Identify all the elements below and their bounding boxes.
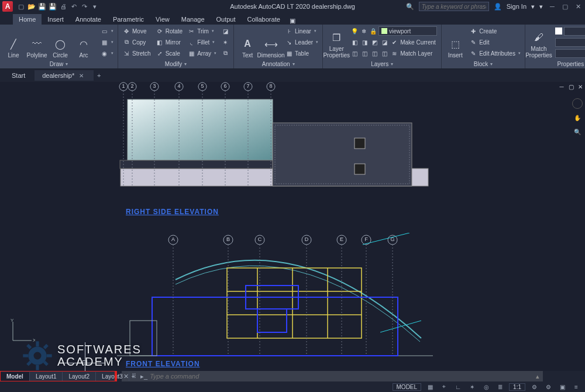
help-icon[interactable]: ▾ bbox=[539, 3, 543, 11]
open-icon[interactable]: 📂 bbox=[27, 2, 36, 11]
color-dropdown[interactable]: ByLayer bbox=[564, 27, 585, 36]
stretch-button[interactable]: ⇲Stretch bbox=[121, 48, 153, 59]
lwt-toggle-icon[interactable]: ≣ bbox=[495, 383, 505, 391]
copy-button[interactable]: ⧉Copy bbox=[121, 37, 153, 47]
create-block-button[interactable]: ✚Create bbox=[467, 26, 522, 36]
tab-annotate[interactable]: Annotate bbox=[70, 14, 107, 25]
maximize-icon[interactable]: ▢ bbox=[560, 2, 570, 11]
layiso-icon[interactable]: ◧ bbox=[350, 38, 359, 46]
move-button[interactable]: ✥Move bbox=[121, 26, 153, 36]
canvas-restore-icon[interactable]: ▢ bbox=[567, 83, 574, 90]
ribbon-overflow-icon[interactable]: ▣ bbox=[290, 17, 295, 25]
layout-tab-add[interactable]: + bbox=[132, 371, 135, 381]
scale-button[interactable]: ⤢Scale bbox=[154, 48, 184, 59]
edit-block-button[interactable]: ✎Edit bbox=[467, 37, 522, 47]
ellipse-button[interactable]: ◉▾ bbox=[98, 48, 115, 59]
canvas-minimize-icon[interactable]: ─ bbox=[558, 83, 565, 90]
lineweight-dropdown[interactable]: ByLayer bbox=[555, 38, 585, 47]
laymrg-icon[interactable]: ◫ bbox=[380, 49, 388, 57]
laywalk-icon[interactable]: ◫ bbox=[350, 49, 359, 57]
circle-button[interactable]: ◯Circle bbox=[49, 26, 71, 59]
laydel-icon[interactable]: ◫ bbox=[370, 49, 378, 57]
freeze-icon[interactable]: ❄ bbox=[360, 27, 368, 35]
tab-insert[interactable]: Insert bbox=[42, 14, 70, 25]
polar-toggle-icon[interactable]: ✶ bbox=[467, 383, 477, 391]
save-icon[interactable]: 💾 bbox=[37, 2, 47, 11]
layout-tab-model[interactable]: Model bbox=[1, 372, 30, 381]
osnap-toggle-icon[interactable]: ◎ bbox=[481, 383, 491, 391]
status-scale[interactable]: 1:1 bbox=[509, 383, 525, 391]
tab-collaborate[interactable]: Collaborate bbox=[242, 14, 286, 25]
navwheel-icon[interactable] bbox=[572, 98, 583, 109]
close-icon[interactable]: ✕ bbox=[573, 2, 583, 11]
help-search-input[interactable] bbox=[419, 2, 489, 11]
tab-parametric[interactable]: Parametric bbox=[107, 14, 150, 25]
tab-close-icon[interactable]: ✕ bbox=[79, 73, 84, 79]
file-tab-doc[interactable]: dealership*✕ bbox=[35, 70, 94, 81]
a360-icon[interactable]: ▾ bbox=[531, 3, 535, 11]
linear-button[interactable]: ⊦Linear▾ bbox=[283, 26, 320, 36]
rect-button[interactable]: ▭▾ bbox=[98, 26, 115, 36]
ortho-toggle-icon[interactable]: ∟ bbox=[453, 383, 463, 391]
text-button[interactable]: AText bbox=[236, 26, 259, 59]
redo-icon[interactable]: ↷ bbox=[80, 2, 89, 11]
annoscale-icon[interactable]: ⚙ bbox=[529, 383, 539, 391]
customize-icon[interactable]: ≡ bbox=[571, 383, 581, 391]
layout-tab-layout1[interactable]: Layout1 bbox=[30, 372, 63, 381]
explode-button[interactable]: ✶ bbox=[219, 37, 231, 47]
command-input[interactable] bbox=[150, 373, 532, 380]
layfrz-icon[interactable]: ◩ bbox=[370, 38, 378, 46]
arc-button[interactable]: ◠Arc bbox=[73, 26, 95, 59]
signin-link[interactable]: Sign In bbox=[507, 3, 526, 10]
drawing-canvas[interactable]: ─ ▢ ✕ 12345678 RIGHT SIDE ELEVATION ABCD… bbox=[0, 82, 585, 371]
canvas-close-icon[interactable]: ✕ bbox=[577, 83, 584, 90]
polyline-button[interactable]: 〰Polyline bbox=[26, 26, 48, 59]
tab-home[interactable]: Home bbox=[13, 14, 42, 25]
match-properties-button[interactable]: 🖌Match Properties bbox=[528, 26, 550, 59]
mirror-button[interactable]: ◧Mirror bbox=[154, 37, 184, 47]
layoff-icon[interactable]: ◨ bbox=[360, 38, 369, 46]
erase-button[interactable]: ◪ bbox=[219, 26, 231, 36]
leader-button[interactable]: ↘Leader▾ bbox=[283, 37, 320, 47]
layout-tab-layout3[interactable]: Layout3 bbox=[96, 372, 129, 381]
layuniso-icon[interactable]: ◫ bbox=[360, 49, 369, 57]
cmd-recent-icon[interactable]: ▴ bbox=[532, 373, 543, 380]
status-space[interactable]: MODEL bbox=[393, 383, 422, 391]
undo-icon[interactable]: ↶ bbox=[69, 2, 78, 11]
tab-output[interactable]: Output bbox=[211, 14, 242, 25]
workspace-icon[interactable]: ⚙ bbox=[543, 383, 553, 391]
snap-toggle-icon[interactable]: ⌖ bbox=[439, 383, 449, 391]
file-tab-add[interactable]: + bbox=[94, 70, 104, 81]
layer-properties-button[interactable]: ❐Layer Properties bbox=[325, 26, 347, 59]
qat-dropdown-icon[interactable]: ▾ bbox=[90, 2, 99, 11]
make-current-icon[interactable]: ✔ bbox=[390, 38, 398, 46]
user-icon[interactable]: 👤 bbox=[494, 3, 502, 11]
plot-icon[interactable]: 🖨 bbox=[58, 2, 68, 11]
linetype-dropdown[interactable]: ByLayer bbox=[555, 49, 585, 58]
table-button[interactable]: ▦Table bbox=[283, 48, 320, 59]
saveas-icon[interactable]: 💾 bbox=[48, 2, 57, 11]
fillet-button[interactable]: ◟Fillet▾ bbox=[185, 37, 218, 47]
hatch-button[interactable]: ▦▾ bbox=[98, 37, 115, 47]
app-menu-button[interactable]: A bbox=[2, 1, 13, 12]
command-line[interactable]: ✕ ⠿ ▸_ ▴ bbox=[122, 371, 543, 381]
layer-dropdown[interactable]: viewport bbox=[378, 26, 437, 36]
line-button[interactable]: ╱Line bbox=[2, 26, 25, 59]
rotate-button[interactable]: ⟳Rotate bbox=[154, 26, 184, 36]
color-swatch-icon[interactable] bbox=[555, 27, 562, 35]
edit-attributes-button[interactable]: ✎Edit Attributes▾ bbox=[467, 48, 522, 59]
pan-icon[interactable]: ✋ bbox=[572, 112, 583, 123]
zoom-icon[interactable]: 🔍 bbox=[572, 126, 583, 137]
bulb-icon[interactable]: 💡 bbox=[350, 27, 359, 35]
layout-tab-layout2[interactable]: Layout2 bbox=[63, 372, 96, 381]
match-layer-icon[interactable]: ≋ bbox=[390, 49, 398, 57]
tab-manage[interactable]: Manage bbox=[176, 14, 211, 25]
array-button[interactable]: ▦Array▾ bbox=[185, 48, 218, 59]
minimize-icon[interactable]: ─ bbox=[548, 2, 557, 11]
offset-button[interactable]: ⧉ bbox=[219, 48, 231, 59]
lock-icon[interactable]: 🔒 bbox=[369, 27, 377, 35]
cleanscreen-icon[interactable]: ▣ bbox=[557, 383, 567, 391]
file-tab-start[interactable]: Start bbox=[5, 70, 35, 81]
dimension-button[interactable]: ⟷Dimension bbox=[260, 26, 282, 59]
tab-view[interactable]: View bbox=[150, 14, 176, 25]
